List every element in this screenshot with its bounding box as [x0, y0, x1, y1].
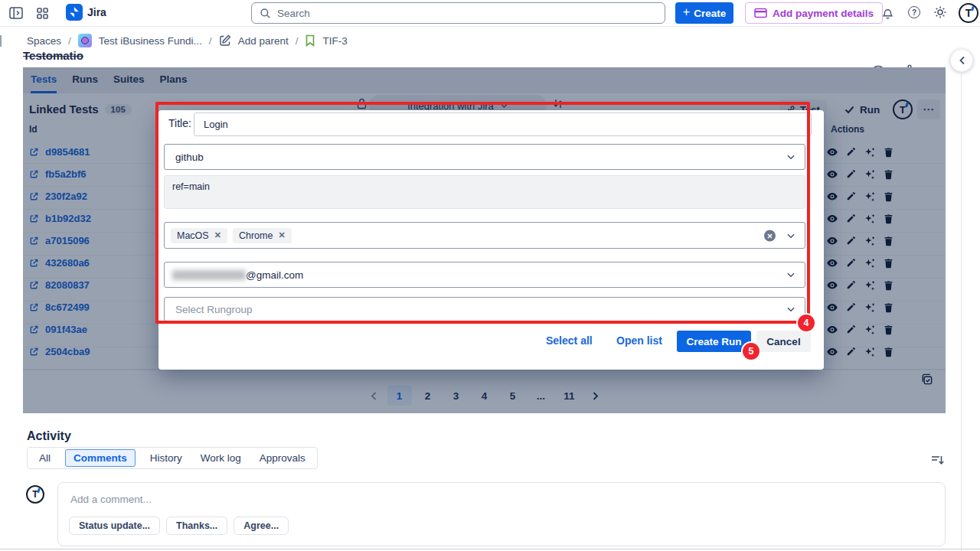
page-title: Testomatio — [23, 49, 83, 62]
open-list-link[interactable]: Open list — [616, 334, 662, 347]
bottom-divider — [0, 549, 980, 549]
jira-logo-icon[interactable] — [66, 4, 83, 21]
env-chips: MacOS ✕ Chrome ✕ — [171, 228, 292, 243]
product-name: Jira — [87, 6, 106, 18]
quick-reply-thanks-[interactable]: Thanks... — [166, 517, 227, 535]
add-payment-details-button[interactable]: Add payment details — [745, 2, 883, 24]
create-run-button[interactable]: Create Run — [677, 331, 751, 352]
activity-tab-history[interactable]: History — [146, 449, 186, 467]
breadcrumb-add-parent[interactable]: Add parent — [238, 35, 289, 47]
comment-avatar: T — [26, 485, 44, 504]
collapse-panel-button[interactable] — [950, 49, 973, 72]
space-avatar-icon — [78, 34, 92, 47]
breadcrumb-bar: Spaces / Test iBusiness Fundi... / Add p… — [0, 26, 980, 55]
app-switcher-icon[interactable] — [35, 6, 49, 20]
comment-box[interactable]: Add a comment... Status update...Thanks.… — [57, 482, 946, 546]
scroll-mark — [0, 35, 2, 47]
title-label: Title: — [168, 117, 191, 129]
annotation-step-4: 4 — [798, 315, 815, 331]
clear-all-icon[interactable]: ✕ — [764, 230, 776, 241]
redacted-email-name — [172, 270, 246, 280]
help-icon[interactable]: ? — [908, 6, 920, 18]
sidebar-toggle-icon[interactable] — [9, 6, 23, 20]
quick-reply-agree-[interactable]: Agree... — [234, 517, 289, 535]
activity-tabs: AllCommentsHistoryWork logApprovals — [27, 447, 318, 469]
bookmark-icon — [305, 34, 315, 47]
activity-heading: Activity — [27, 429, 71, 443]
run-title-input[interactable]: Login — [194, 112, 812, 136]
chevron-down-icon — [786, 272, 795, 279]
top-nav: Jira Search + Create Add payment details — [0, 0, 980, 27]
plus-icon: + — [683, 5, 690, 19]
activity-tab-approvals[interactable]: Approvals — [256, 449, 309, 467]
annotation-step-5: 5 — [743, 343, 760, 360]
create-run-modal: Title: Login github ref=main MacOS ✕ Chr… — [158, 110, 824, 370]
comment-placeholder: Add a comment... — [70, 494, 152, 505]
chevron-down-icon — [786, 154, 795, 161]
search-input[interactable]: Search — [251, 2, 665, 24]
env-multiselect[interactable]: MacOS ✕ Chrome ✕ ✕ — [164, 222, 805, 249]
search-placeholder: Search — [277, 8, 310, 19]
activity-tab-all[interactable]: All — [35, 449, 54, 467]
repo-select[interactable]: github — [164, 144, 805, 170]
sort-icon[interactable] — [931, 454, 944, 466]
notifications-bell-icon[interactable] — [880, 6, 894, 20]
breadcrumb-spaces[interactable]: Spaces — [27, 35, 61, 47]
settings-gear-icon[interactable] — [933, 5, 947, 19]
env-tag-chip: MacOS ✕ — [171, 228, 227, 243]
breadcrumb-space-name[interactable]: Test iBusiness Fundi... — [99, 35, 202, 47]
quick-reply-status-update-[interactable]: Status update... — [69, 517, 160, 535]
right-panel-divider — [961, 73, 962, 551]
create-button[interactable]: + Create — [675, 2, 733, 24]
breadcrumb-issue-key[interactable]: TIF-3 — [322, 35, 347, 47]
chevron-down-icon — [786, 232, 795, 239]
quick-replies: Status update...Thanks...Agree... — [69, 517, 289, 535]
ref-textarea[interactable]: ref=main — [164, 175, 805, 209]
rungroup-select[interactable]: Select Rungroup — [164, 297, 805, 321]
remove-tag-icon[interactable]: ✕ — [214, 230, 221, 240]
search-icon — [260, 8, 271, 19]
activity-tab-comments[interactable]: Comments — [65, 449, 136, 467]
chevron-down-icon — [786, 306, 795, 313]
assignee-select[interactable]: @gmail.com — [164, 262, 805, 288]
credit-card-icon — [754, 8, 767, 18]
env-tag-chip: Chrome ✕ — [233, 228, 292, 243]
select-all-link[interactable]: Select all — [546, 334, 593, 347]
user-avatar[interactable]: T — [959, 3, 978, 23]
jira-page: Jira Search + Create Add payment details — [0, 0, 980, 551]
edit-icon — [219, 34, 231, 47]
cancel-button[interactable]: Cancel — [756, 331, 811, 352]
remove-tag-icon[interactable]: ✕ — [278, 230, 285, 240]
activity-tab-work-log[interactable]: Work log — [197, 449, 245, 467]
